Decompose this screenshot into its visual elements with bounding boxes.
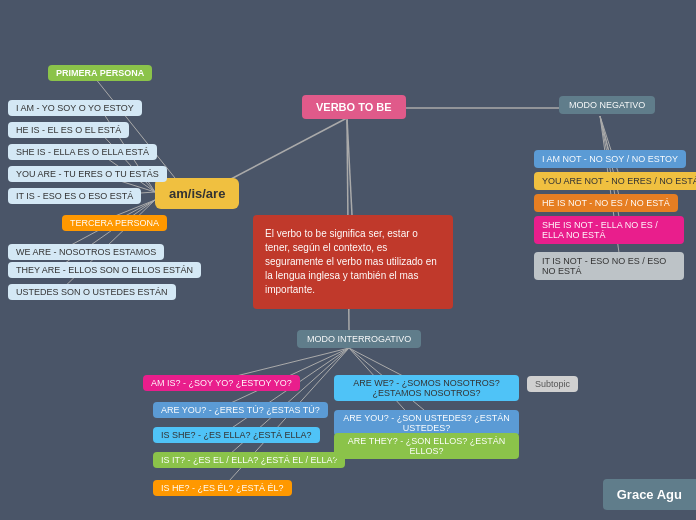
he-is-not-node: HE IS NOT - NO ES / NO ESTÁ <box>534 194 678 212</box>
ustedes-node: USTEDES SON O USTEDES ESTÁN <box>8 284 176 300</box>
are-we-node: ARE WE? - ¿SOMOS NOSOTROS? ¿ESTAMOS NOSO… <box>334 375 519 401</box>
am-is-are-node: am/is/are <box>155 178 239 209</box>
svg-line-15 <box>600 116 620 178</box>
is-it-node: IS IT? - ¿ES EL / ELLA? ¿ESTÁ EL / ELLA? <box>153 452 345 468</box>
svg-line-1 <box>347 118 352 215</box>
am-i-node: AM IS? - ¿SOY YO? ¿ESTOY YO? <box>143 375 300 391</box>
are-you-q-node: ARE YOU? - ¿ERES TÚ? ¿ESTAS TÚ? <box>153 402 328 418</box>
she-is-not-node: SHE IS NOT - ELLA NO ES / ELLA NO ESTÁ <box>534 216 684 244</box>
she-is-left-node: SHE IS - ELLA ES O ELLA ESTÁ <box>8 144 157 160</box>
he-is-node: HE IS - EL ES O EL ESTÁ <box>8 122 129 138</box>
tercera-persona-node: TERCERA PERSONA <box>62 215 167 231</box>
i-am-node: I AM - YO SOY O YO ESTOY <box>8 100 142 116</box>
is-she-node: IS SHE? - ¿ES ELLA? ¿ESTÁ ELLA? <box>153 427 320 443</box>
you-are-not-node: YOU ARE NOT - NO ERES / NO ESTÁS <box>534 172 696 190</box>
it-is-node: IT IS - ESO ES O ESO ESTÁ <box>8 188 141 204</box>
are-they-node: ARE THEY? - ¿SON ELLOS? ¿ESTÁN ELLOS? <box>334 433 519 459</box>
svg-line-21 <box>220 348 349 436</box>
we-are-node: WE ARE - NOSOTROS ESTAMOS <box>8 244 164 260</box>
verbo-to-be-node: VERBO TO BE <box>302 95 406 119</box>
you-are-node: YOU ARE - TU ERES O TU ESTÁS <box>8 166 167 182</box>
modo-negativo-node: MODO NEGATIVO <box>559 96 655 114</box>
they-are-node: THEY ARE - ELLOS SON O ELLOS ESTÁN <box>8 262 201 278</box>
modo-interrogativo-node: MODO INTERROGATIVO <box>297 330 421 348</box>
grace-agu-label: Grace Agu <box>603 479 696 510</box>
subtopic-node: Subtopic <box>527 376 578 392</box>
svg-line-23 <box>220 348 349 491</box>
it-is-not-node: IT IS NOT - ESO NO ES / ESO NO ESTÁ <box>534 252 684 280</box>
is-he-node: IS HE? - ¿ES ÉL? ¿ESTÁ ÉL? <box>153 480 292 496</box>
i-am-not-node: I AM NOT - NO SOY / NO ESTOY <box>534 150 686 168</box>
svg-line-6 <box>98 130 155 192</box>
primera-persona-node: PRIMERA PERSONA <box>48 65 152 81</box>
description-box: El verbo to be significa ser, estar o te… <box>253 215 453 309</box>
